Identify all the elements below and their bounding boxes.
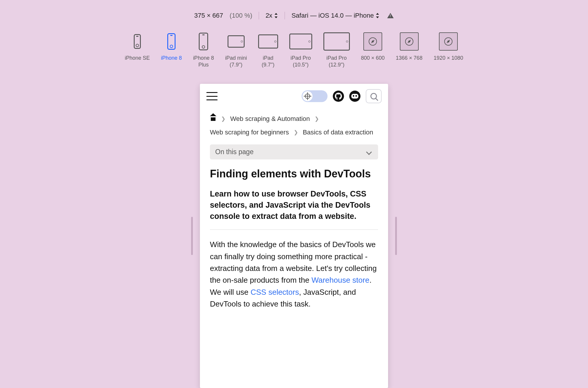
device-label: 800 × 600 xyxy=(361,55,385,61)
device-label: iPad mini (7.9") xyxy=(225,55,247,68)
device-responsive-800[interactable]: 800 × 600 xyxy=(361,31,385,69)
user-agent-value: Safari — iOS 14.0 — iPhone xyxy=(291,12,374,19)
resize-handle-left[interactable] xyxy=(191,217,193,255)
discord-icon xyxy=(351,94,358,99)
responsive-toolbar: 375 × 667 (100 %) 2x Safari — iOS 14.0 —… xyxy=(0,0,588,19)
viewport-dimensions: 375 × 667 xyxy=(194,12,223,19)
breadcrumb-link[interactable]: Web scraping & Automation xyxy=(230,115,310,123)
device-label: iPhone 8 xyxy=(161,55,182,61)
phone-icon xyxy=(199,33,208,50)
breadcrumb-current: Basics of data extraction xyxy=(303,129,373,136)
chevron-updown-icon xyxy=(375,13,380,18)
device-responsive-1366[interactable]: 1366 × 768 xyxy=(396,31,422,69)
home-icon xyxy=(210,116,216,121)
link-css-selectors[interactable]: CSS selectors xyxy=(250,288,299,297)
resize-handle-right[interactable] xyxy=(395,217,397,255)
device-label: iPhone 8 Plus xyxy=(193,55,214,68)
device-label: iPhone SE xyxy=(125,55,150,61)
tablet-icon xyxy=(323,32,350,51)
zoom-level[interactable]: (100 %) xyxy=(230,12,252,19)
device-ipad-mini[interactable]: iPad mini (7.9") xyxy=(225,31,247,69)
search-button[interactable] xyxy=(366,89,382,103)
pixel-ratio-select[interactable]: 2x xyxy=(265,12,278,19)
device-frame: ❯ Web scraping & Automation ❯ Web scrapi… xyxy=(200,84,388,388)
phone-icon xyxy=(134,34,141,49)
theme-toggle[interactable] xyxy=(302,90,328,102)
breadcrumb-link[interactable]: Web scraping for beginners xyxy=(210,129,289,136)
tablet-icon xyxy=(289,34,312,49)
github-link[interactable] xyxy=(333,91,344,102)
device-label: iPad (9.7") xyxy=(262,55,274,68)
pixel-ratio-value: 2x xyxy=(265,12,272,19)
chevron-down-icon xyxy=(366,149,372,155)
device-label: 1920 × 1080 xyxy=(434,55,463,61)
tablet-icon xyxy=(258,34,278,49)
warning-icon[interactable] xyxy=(387,13,394,18)
device-iphone-se[interactable]: iPhone SE xyxy=(125,31,150,69)
discord-link[interactable] xyxy=(349,91,360,102)
device-responsive-1920[interactable]: 1920 × 1080 xyxy=(434,31,463,69)
divider xyxy=(210,229,378,230)
page-title: Finding elements with DevTools xyxy=(210,167,378,180)
device-label: iPad Pro (10.5") xyxy=(290,55,311,68)
device-iphone-8[interactable]: iPhone 8 xyxy=(161,31,182,69)
monitor-icon xyxy=(363,32,382,51)
compass-icon xyxy=(444,37,452,46)
page-lead: Learn how to use browser DevTools, CSS s… xyxy=(210,189,378,222)
user-agent-select[interactable]: Safari — iOS 14.0 — iPhone xyxy=(291,12,380,19)
toc-toggle[interactable]: On this page xyxy=(210,144,378,159)
link-warehouse-store[interactable]: Warehouse store xyxy=(311,276,369,284)
phone-icon xyxy=(167,33,176,50)
compass-icon xyxy=(369,37,377,46)
site-navbar xyxy=(200,84,388,107)
paragraph: With the knowledge of the basics of DevT… xyxy=(210,239,378,310)
menu-button[interactable] xyxy=(206,92,218,100)
device-ipad-pro-105[interactable]: iPad Pro (10.5") xyxy=(289,31,312,69)
device-ipad[interactable]: iPad (9.7") xyxy=(258,31,278,69)
tablet-icon xyxy=(228,35,245,48)
device-label: 1366 × 768 xyxy=(396,55,422,61)
chevron-updown-icon xyxy=(274,13,278,18)
breadcrumb-home[interactable] xyxy=(210,115,216,123)
device-viewport: ❯ Web scraping & Automation ❯ Web scrapi… xyxy=(200,84,388,388)
monitor-icon xyxy=(400,32,419,51)
chevron-right-icon: ❯ xyxy=(221,116,225,122)
toc-label: On this page xyxy=(215,148,253,156)
github-icon xyxy=(335,93,342,100)
breadcrumb: ❯ Web scraping & Automation ❯ Web scrapi… xyxy=(200,107,388,139)
chevron-right-icon: ❯ xyxy=(294,129,298,136)
chevron-right-icon: ❯ xyxy=(315,116,319,122)
device-picker: iPhone SE iPhone 8 iPhone 8 Plus iPad mi… xyxy=(0,31,588,69)
compass-icon xyxy=(405,37,413,46)
device-label: iPad Pro (12.9") xyxy=(326,55,347,68)
article-content: Finding elements with DevTools Learn how… xyxy=(200,159,388,310)
separator xyxy=(285,12,285,19)
device-ipad-pro-129[interactable]: iPad Pro (12.9") xyxy=(323,31,350,69)
device-iphone-8-plus[interactable]: iPhone 8 Plus xyxy=(193,31,214,69)
monitor-icon xyxy=(439,32,458,51)
search-icon xyxy=(370,93,377,99)
separator xyxy=(259,12,259,19)
sun-icon xyxy=(305,94,310,99)
